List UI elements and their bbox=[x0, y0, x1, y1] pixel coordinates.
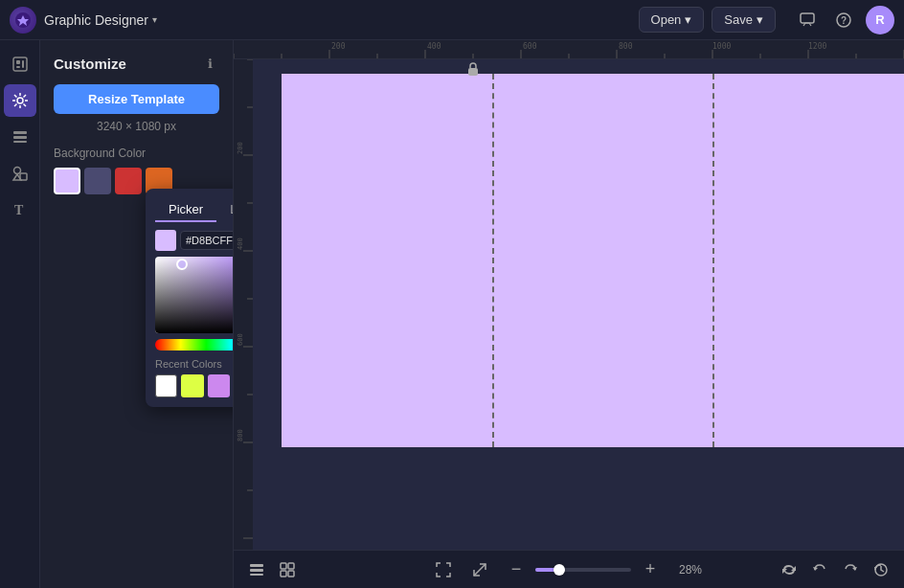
svg-rect-68 bbox=[250, 574, 263, 576]
svg-text:T: T bbox=[14, 203, 24, 217]
main-layout: T Customize ℹ Resize Template 3240 × 108… bbox=[0, 40, 904, 588]
help-icon-btn[interactable]: ? bbox=[829, 6, 858, 34]
resize-view-button[interactable] bbox=[466, 556, 493, 583]
svg-rect-4 bbox=[13, 57, 27, 71]
hex-color-preview bbox=[155, 230, 176, 251]
picker-tabs: Picker Library bbox=[155, 198, 234, 222]
avatar-label: R bbox=[875, 12, 884, 27]
app-title[interactable]: Graphic Designer ▾ bbox=[44, 12, 157, 28]
bg-color-label: Background Color bbox=[54, 147, 219, 160]
app-title-text: Graphic Designer bbox=[44, 12, 148, 28]
svg-rect-69 bbox=[281, 563, 286, 569]
svg-rect-72 bbox=[288, 571, 294, 577]
color-picker-popup: Picker Library bbox=[146, 189, 234, 407]
svg-text:400: 400 bbox=[237, 237, 244, 250]
zoom-slider-container: − + bbox=[503, 556, 664, 583]
svg-text:600: 600 bbox=[237, 333, 244, 346]
hex-input[interactable] bbox=[180, 231, 234, 250]
sidebar-item-layers[interactable] bbox=[4, 121, 36, 153]
open-label: Open bbox=[651, 12, 682, 27]
dashed-line-2 bbox=[712, 74, 714, 447]
open-chevron: ▾ bbox=[685, 12, 691, 27]
svg-rect-7 bbox=[22, 60, 24, 68]
svg-rect-49 bbox=[234, 59, 253, 577]
redo-button[interactable] bbox=[837, 556, 864, 583]
svg-text:200: 200 bbox=[237, 142, 244, 154]
svg-rect-19 bbox=[13, 141, 27, 143]
canvas-content[interactable] bbox=[282, 74, 904, 447]
dashed-line-1 bbox=[492, 74, 494, 447]
save-chevron: ▾ bbox=[757, 12, 763, 27]
bottom-bar: − + 28% bbox=[234, 550, 904, 588]
svg-rect-18 bbox=[13, 136, 27, 139]
sidebar-item-elements[interactable] bbox=[4, 157, 36, 190]
hue-slider[interactable] bbox=[155, 339, 234, 351]
svg-rect-66 bbox=[250, 564, 263, 567]
chat-icon-btn[interactable] bbox=[793, 6, 822, 34]
zoom-slider[interactable] bbox=[535, 568, 631, 572]
color-gradient[interactable] bbox=[155, 257, 234, 333]
bg-color-section: Background Color bbox=[54, 147, 219, 194]
zoom-in-button[interactable]: + bbox=[637, 556, 664, 583]
history-button[interactable] bbox=[868, 556, 894, 583]
svg-rect-71 bbox=[281, 571, 286, 577]
svg-line-14 bbox=[23, 104, 26, 107]
undo-button[interactable] bbox=[806, 556, 833, 583]
svg-text:200: 200 bbox=[331, 42, 346, 51]
zoom-percent-label: 28% bbox=[673, 563, 708, 577]
svg-rect-6 bbox=[16, 66, 20, 68]
recent-colors-label: Recent Colors bbox=[155, 358, 234, 370]
svg-text:800: 800 bbox=[619, 42, 633, 51]
svg-rect-5 bbox=[16, 60, 20, 64]
ruler-left: 200 400 600 800 bbox=[234, 59, 253, 550]
topbar: Graphic Designer ▾ Open ▾ Save ▾ ? R bbox=[0, 0, 904, 40]
customize-title: Customize bbox=[54, 56, 126, 72]
sidebar-item-text[interactable]: T bbox=[4, 193, 36, 226]
open-button[interactable]: Open ▾ bbox=[639, 7, 705, 33]
svg-text:400: 400 bbox=[427, 42, 441, 51]
zoom-out-button[interactable]: − bbox=[503, 556, 530, 583]
color-swatch-2[interactable] bbox=[115, 168, 142, 194]
refresh-button[interactable] bbox=[776, 556, 802, 583]
gradient-thumb[interactable] bbox=[176, 259, 188, 270]
user-avatar[interactable]: R bbox=[866, 6, 894, 34]
bottom-left-buttons bbox=[243, 556, 301, 583]
zoom-slider-thumb[interactable] bbox=[554, 564, 565, 576]
svg-text:800: 800 bbox=[237, 429, 244, 441]
canvas-viewport[interactable] bbox=[253, 59, 904, 550]
layers-view-button[interactable] bbox=[243, 556, 270, 583]
topbar-icons: ? R bbox=[793, 6, 894, 34]
sidebar-item-customize[interactable] bbox=[4, 84, 36, 117]
sidebar-item-pages[interactable] bbox=[4, 48, 36, 80]
bottom-right-buttons bbox=[776, 556, 894, 583]
svg-text:1000: 1000 bbox=[712, 42, 731, 51]
recent-swatch-1[interactable] bbox=[181, 374, 203, 397]
grid-view-button[interactable] bbox=[274, 556, 301, 583]
hex-row: + bbox=[155, 230, 234, 251]
info-button[interactable]: ℹ bbox=[200, 54, 219, 73]
canvas-area[interactable]: 200 400 600 800 1000 1200 bbox=[234, 40, 904, 588]
app-logo[interactable] bbox=[10, 7, 36, 34]
svg-point-8 bbox=[17, 98, 23, 103]
color-swatch-0[interactable] bbox=[54, 168, 80, 194]
sidebar-icons: T bbox=[0, 40, 40, 588]
fit-view-button[interactable] bbox=[430, 556, 457, 583]
svg-text:600: 600 bbox=[523, 42, 537, 51]
svg-text:1200: 1200 bbox=[808, 42, 826, 51]
recent-swatch-2[interactable] bbox=[208, 374, 230, 397]
svg-rect-17 bbox=[13, 131, 27, 134]
svg-line-16 bbox=[14, 104, 17, 107]
svg-rect-70 bbox=[288, 563, 294, 569]
ruler-top: 200 400 600 800 1000 1200 bbox=[234, 40, 904, 59]
tab-library[interactable]: Library bbox=[216, 198, 234, 222]
tab-picker[interactable]: Picker bbox=[155, 198, 216, 222]
dimensions-label: 3240 × 1080 px bbox=[54, 120, 219, 133]
color-swatch-1[interactable] bbox=[84, 168, 111, 194]
svg-text:?: ? bbox=[841, 15, 847, 26]
resize-template-button[interactable]: Resize Template bbox=[54, 84, 219, 114]
canvas-lock-indicator bbox=[463, 59, 483, 79]
save-button[interactable]: Save ▾ bbox=[712, 7, 776, 33]
svg-line-13 bbox=[14, 95, 17, 98]
svg-rect-67 bbox=[250, 569, 263, 572]
recent-swatch-0[interactable] bbox=[155, 374, 177, 397]
